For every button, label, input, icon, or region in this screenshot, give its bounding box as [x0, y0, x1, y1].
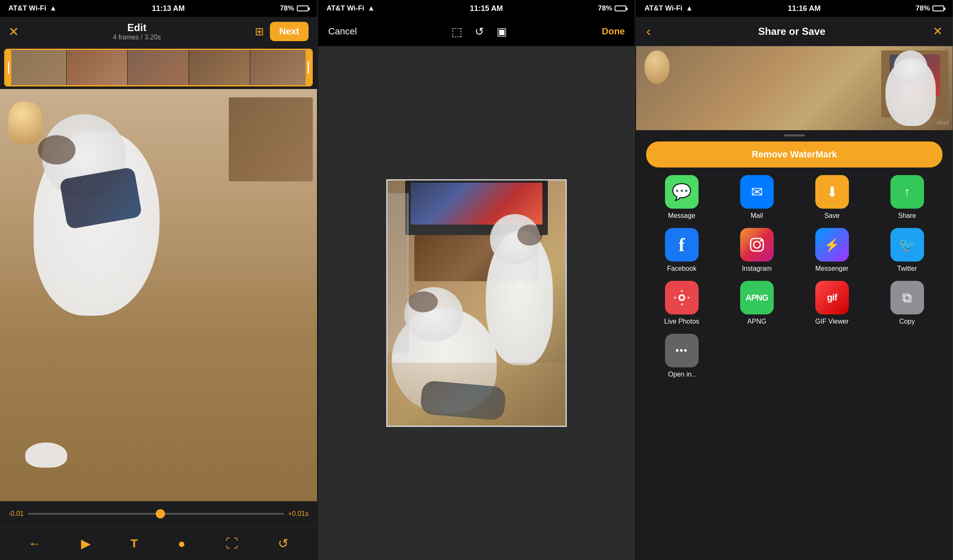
edit-title-area: Edit 4 frames / 3.20s — [113, 22, 161, 41]
share-preview-image: mod — [636, 46, 953, 130]
drag-handle-area — [636, 130, 953, 139]
text-icon[interactable]: T — [131, 537, 138, 550]
apng-icon: APNG — [740, 281, 774, 314]
filmstrip-handle-right[interactable] — [306, 50, 312, 85]
battery-icon-crop — [615, 5, 626, 11]
share-item-mail[interactable]: ✉ Mail — [721, 175, 792, 220]
share-item-message[interactable]: 💬 Message — [646, 175, 717, 220]
split-view-icon[interactable]: ▣ — [497, 25, 507, 38]
facebook-label: Facebook — [667, 265, 696, 272]
scrubber-track[interactable] — [28, 513, 284, 515]
filmstrip-frame-5 — [250, 50, 312, 85]
back-tool-icon[interactable]: ← — [29, 536, 41, 551]
crop-frame[interactable] — [386, 179, 567, 427]
carrier-crop: AT&T Wi-Fi — [327, 4, 364, 13]
filmstrip-container — [0, 46, 317, 89]
undo-icon[interactable]: ↺ — [278, 536, 288, 551]
share-item-instagram[interactable]: Instagram — [721, 228, 792, 272]
share-item-gif[interactable]: gif GIF Viewer — [796, 281, 867, 325]
apng-label: APNG — [747, 318, 766, 325]
play-icon[interactable]: ▶ — [81, 536, 91, 551]
share-item-save[interactable]: ⬇ Save — [796, 175, 867, 220]
watermark-button[interactable]: Remove WaterMark — [646, 141, 943, 167]
carrier-label: AT&T Wi-Fi — [8, 4, 46, 13]
carrier-share: AT&T Wi-Fi — [644, 4, 682, 13]
svg-point-4 — [680, 296, 683, 299]
messenger-label: Messenger — [815, 265, 848, 272]
svg-point-1 — [754, 241, 760, 248]
status-right-crop: 78% — [598, 4, 626, 13]
close-share-button[interactable]: ✕ — [933, 24, 943, 38]
filmstrip-handle-left[interactable] — [5, 50, 11, 85]
share-item-copy[interactable]: ⧉ Copy — [872, 281, 943, 325]
share-item-share[interactable]: ↑ Share — [872, 175, 943, 220]
bottom-toolbar: ← ▶ T ● ⛶ ↺ — [0, 526, 317, 560]
message-icon: 💬 — [665, 175, 699, 209]
crop-image-area — [318, 46, 635, 560]
filmstrip[interactable] — [4, 49, 313, 86]
filmstrip-frame-2 — [67, 50, 128, 85]
back-button[interactable]: ‹ — [646, 24, 651, 39]
share-icon-el: ↑ — [890, 175, 924, 209]
done-button[interactable]: Done — [602, 26, 625, 37]
svg-point-7 — [674, 297, 676, 299]
scrubber-thumb[interactable] — [156, 509, 165, 518]
share-grid: 💬 Message ✉ Mail ⬇ Save ↑ Share f Facebo… — [636, 175, 953, 378]
battery-icon-share — [932, 5, 944, 11]
save-label: Save — [824, 212, 839, 220]
filmstrip-frame-1 — [5, 50, 67, 85]
edit-subtitle: 4 frames / 3.20s — [113, 34, 161, 41]
livephotos-label: Live Photos — [664, 318, 699, 325]
drag-handle — [784, 134, 805, 136]
wifi-icon-share: ▲ — [686, 4, 693, 13]
instagram-label: Instagram — [742, 265, 772, 272]
grid-icon[interactable]: ⊞ — [255, 25, 264, 38]
mail-icon: ✉ — [740, 175, 774, 209]
share-item-messenger[interactable]: ⚡ Messenger — [796, 228, 867, 272]
facebook-icon: f — [665, 228, 699, 262]
sticker-icon[interactable]: ● — [178, 536, 185, 551]
status-left: AT&T Wi-Fi ▲ — [8, 4, 57, 13]
battery-crop: 78% — [598, 4, 612, 13]
copy-frame-icon[interactable]: ⬚ — [451, 25, 462, 39]
share-item-twitter[interactable]: 🐦 Twitter — [872, 228, 943, 272]
share-nav: ‹ Share or Save ✕ — [636, 17, 953, 46]
crop-tool-icon[interactable]: ⛶ — [225, 536, 238, 551]
share-item-facebook[interactable]: f Facebook — [646, 228, 717, 272]
messenger-icon: ⚡ — [815, 228, 849, 262]
edit-nav-bar: ✕ Edit 4 frames / 3.20s ⊞ Next — [0, 17, 317, 46]
close-button[interactable]: ✕ — [8, 24, 19, 39]
svg-point-5 — [681, 290, 683, 292]
openin-label: Open in.. — [668, 371, 695, 378]
crop-inner-image — [387, 181, 566, 426]
time-left: -0.01 — [8, 510, 24, 518]
mail-label: Mail — [751, 212, 763, 220]
gif-icon: gif — [815, 281, 849, 314]
share-item-livephotos[interactable]: Live Photos — [646, 281, 717, 325]
rotate-icon[interactable]: ↺ — [475, 25, 484, 38]
filmstrip-frame-4 — [189, 50, 250, 85]
battery-label: 78% — [280, 4, 294, 13]
battery-share: 78% — [916, 4, 930, 13]
wifi-icon-crop: ▲ — [368, 4, 375, 13]
timeline-area: -0.01 +0.01s — [0, 501, 317, 526]
share-item-apng[interactable]: APNG APNG — [721, 281, 792, 325]
next-button[interactable]: Next — [270, 22, 309, 41]
time-right: +0.01s — [288, 510, 308, 518]
time-crop: 11:15 AM — [470, 4, 503, 13]
battery-icon — [297, 5, 309, 11]
status-left-share: AT&T Wi-Fi ▲ — [644, 4, 693, 13]
crop-nav: Cancel ⬚ ↺ ▣ Done — [318, 17, 635, 46]
wifi-icon: ▲ — [50, 4, 57, 13]
share-item-openin[interactable]: ••• Open in.. — [646, 334, 717, 378]
openin-icon: ••• — [665, 334, 699, 367]
message-label: Message — [668, 212, 695, 220]
status-bar-crop: AT&T Wi-Fi ▲ 11:15 AM 78% — [318, 0, 635, 17]
time-share: 11:16 AM — [788, 4, 820, 13]
time-label: 11:13 AM — [152, 4, 185, 13]
share-panel: AT&T Wi-Fi ▲ 11:16 AM 78% ‹ Share or Sav… — [636, 0, 953, 560]
save-icon: ⬇ — [815, 175, 849, 209]
cancel-button[interactable]: Cancel — [328, 26, 357, 37]
edit-title: Edit — [113, 22, 161, 34]
crop-panel: AT&T Wi-Fi ▲ 11:15 AM 78% Cancel ⬚ ↺ ▣ D… — [318, 0, 636, 560]
